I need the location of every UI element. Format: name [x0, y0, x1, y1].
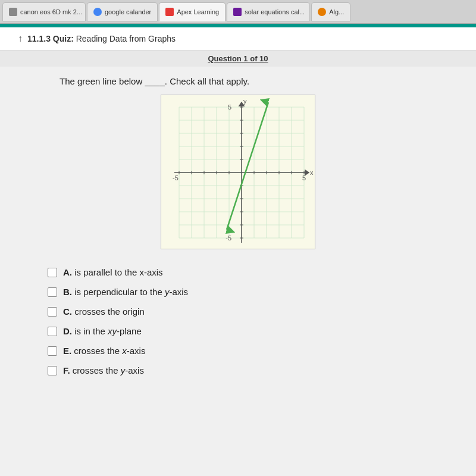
checkbox-e[interactable] [48, 346, 57, 356]
tab-favicon-google [93, 8, 102, 16]
choice-b[interactable]: B. is perpendicular to the y-axis [48, 287, 428, 297]
choice-c-label: C. crosses the origin [63, 306, 145, 317]
question-number-bar: Question 1 of 10 [0, 51, 476, 67]
question-prompt: The green line below ____. Check all tha… [60, 76, 416, 86]
question-area: The green line below ____. Check all tha… [0, 67, 476, 267]
choice-a[interactable]: A. is parallel to the x-axis [48, 267, 428, 277]
checkbox-b[interactable] [48, 287, 57, 297]
answer-choices: A. is parallel to the x-axis B. is perpe… [0, 267, 476, 375]
tab-favicon-alg [318, 8, 326, 16]
choice-d[interactable]: D. is in the xy-plane [48, 326, 428, 336]
checkbox-d[interactable] [48, 327, 57, 336]
axes [174, 102, 309, 243]
tab-favicon-solar [233, 8, 242, 16]
checkbox-a[interactable] [48, 268, 57, 277]
quiz-title: 11.1.3 Quiz: Reading Data from Graphs [27, 34, 176, 43]
tab-apex[interactable]: Apex Learning [159, 2, 226, 21]
green-line-group [227, 102, 268, 230]
tab-google-cal[interactable]: google calander [87, 2, 158, 21]
graph-container: x y -5 5 5 -5 [161, 95, 315, 249]
choice-f[interactable]: F. crosses the y-axis [48, 365, 428, 375]
choice-f-label: F. crosses the y-axis [63, 365, 144, 375]
graph-svg: x y -5 5 5 -5 [161, 95, 316, 250]
tab-alg[interactable]: Alg... [311, 2, 350, 21]
tab-favicon-canon [9, 8, 17, 16]
quiz-header: ↑ 11.1.3 Quiz: Reading Data from Graphs [0, 27, 476, 51]
checkbox-c[interactable] [48, 307, 57, 317]
browser-tab-bar: canon eos 6D mk 2... google calander Ape… [0, 0, 476, 24]
tick-label-yminus5: -5 [226, 234, 231, 242]
tab-favicon-apex [165, 8, 174, 16]
up-arrow-icon[interactable]: ↑ [18, 33, 23, 44]
axis-labels: x y -5 5 5 -5 [173, 98, 314, 242]
tick-label-xminus5: -5 [173, 174, 178, 181]
tab-canon[interactable]: canon eos 6D mk 2... [2, 2, 86, 21]
coordinate-graph: x y -5 5 5 -5 [161, 95, 315, 249]
choice-c[interactable]: C. crosses the origin [48, 306, 428, 317]
choice-b-label: B. is perpendicular to the y-axis [63, 287, 188, 297]
tab-solar[interactable]: solar equations cal... [227, 2, 310, 21]
tick-label-y5: 5 [228, 104, 231, 111]
choice-e[interactable]: E. crosses the x-axis [48, 346, 428, 356]
choice-d-label: D. is in the xy-plane [63, 326, 142, 336]
tick-label-x5: 5 [302, 174, 306, 181]
checkbox-f[interactable] [48, 366, 57, 375]
green-line [227, 102, 268, 230]
y-axis-label: y [243, 98, 247, 105]
main-content: Question 1 of 10 The green line below __… [0, 51, 476, 476]
x-axis-label: x [310, 169, 314, 176]
choice-e-label: E. crosses the x-axis [63, 346, 145, 356]
choice-a-label: A. is parallel to the x-axis [63, 267, 163, 277]
